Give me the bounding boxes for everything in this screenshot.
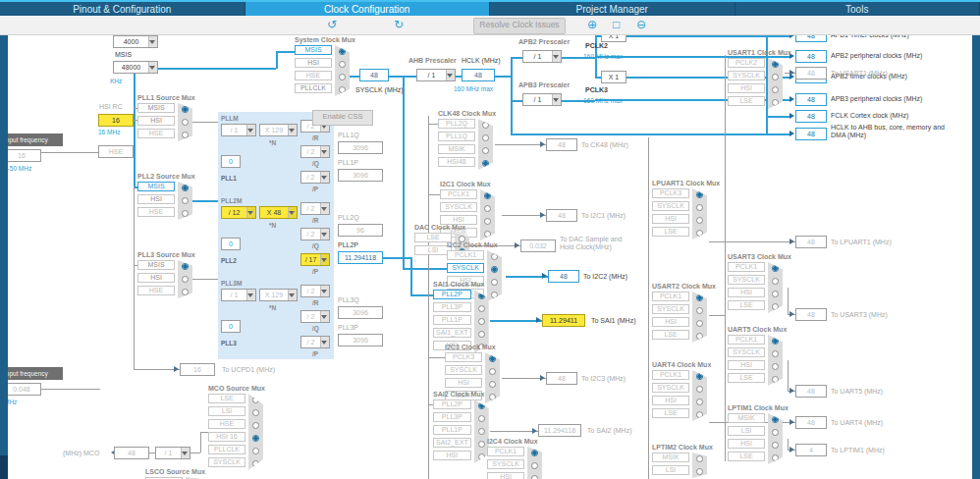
mco-radio-lse[interactable] bbox=[252, 397, 259, 403]
lptim1-radio-msik[interactable] bbox=[772, 416, 779, 423]
usart1-radio-pclk2[interactable] bbox=[772, 61, 779, 68]
lptim1-radio-lse[interactable] bbox=[772, 454, 779, 461]
usart3-radio-pclk1[interactable] bbox=[772, 265, 779, 272]
pll2-r-dropdown[interactable]: / 2 bbox=[300, 202, 330, 215]
pll3-m-dropdown[interactable]: / 1 bbox=[221, 289, 256, 301]
uart4-radio-sysclk[interactable] bbox=[696, 386, 703, 393]
clk48-radio-hsi48[interactable] bbox=[482, 160, 489, 167]
sai2-radio-pll3p[interactable] bbox=[478, 415, 485, 422]
uart5-radio-pclk1[interactable] bbox=[772, 338, 779, 345]
pll1-n-dropdown[interactable]: X 129 bbox=[259, 124, 298, 136]
dropdown-caret-icon[interactable] bbox=[288, 125, 297, 135]
lptim2-radio-msik[interactable] bbox=[696, 455, 703, 462]
msis-frequency-dropdown[interactable]: 48000 bbox=[113, 61, 158, 74]
pll1src-radio-hse[interactable] bbox=[182, 132, 189, 138]
resolve-clock-issues-button[interactable]: Resolve Clock Issues bbox=[473, 18, 566, 34]
lptim1-radio-lsi[interactable] bbox=[772, 429, 779, 436]
i2c3-radio-msik[interactable] bbox=[489, 394, 496, 400]
pll3-n-dropdown[interactable]: X 129 bbox=[259, 289, 298, 301]
pll1-p-dropdown[interactable]: / 2 bbox=[300, 171, 330, 184]
sai2-radio-sai2ext[interactable] bbox=[478, 441, 485, 448]
usart2-radio-hsi[interactable] bbox=[696, 320, 703, 327]
i2c2-radio-hsi[interactable] bbox=[491, 279, 498, 286]
mco-radio-hsi16[interactable] bbox=[252, 435, 259, 442]
tab-clock-configuration[interactable]: Clock Configuration bbox=[245, 2, 491, 16]
sai1-radio-pll2p[interactable] bbox=[478, 293, 485, 299]
pll1src-radio-hsi[interactable] bbox=[182, 119, 189, 126]
zoom-in-icon[interactable]: ⊕ bbox=[587, 18, 597, 31]
sai2-radio-hsi[interactable] bbox=[478, 453, 485, 460]
dropdown-caret-icon[interactable] bbox=[246, 125, 255, 135]
i2c3-radio-hsi[interactable] bbox=[489, 381, 496, 388]
sai1-radio-pll3p[interactable] bbox=[478, 305, 485, 312]
pll3-r-dropdown[interactable]: / 2 bbox=[300, 285, 330, 297]
pll1-q-dropdown[interactable]: / 2 bbox=[300, 145, 330, 158]
clk48-radio-msik[interactable] bbox=[482, 147, 489, 154]
pll2-n-dropdown[interactable]: X 48 bbox=[259, 206, 298, 219]
dropdown-caret-icon[interactable] bbox=[246, 207, 255, 218]
sai2-radio-pll1p[interactable] bbox=[478, 428, 485, 435]
usart1-radio-lse[interactable] bbox=[772, 99, 779, 106]
dropdown-caret-icon[interactable] bbox=[320, 337, 329, 347]
ahb-prescaler-dropdown[interactable]: / 1 bbox=[416, 69, 456, 81]
dropdown-caret-icon[interactable] bbox=[181, 448, 190, 458]
mco-radio-pllclk[interactable] bbox=[252, 448, 259, 454]
i2c4-radio-pclk1[interactable] bbox=[531, 450, 538, 456]
lptim2-radio-lsi[interactable] bbox=[696, 468, 703, 475]
pll2src-radio-hsi[interactable] bbox=[182, 197, 189, 204]
pll1-m-dropdown[interactable]: / 1 bbox=[221, 124, 256, 136]
apb2-prescaler-dropdown[interactable]: / 1 bbox=[522, 50, 562, 63]
i2c2-radio-pclk1[interactable] bbox=[491, 253, 498, 260]
dropdown-caret-icon[interactable] bbox=[320, 311, 329, 322]
usart1-radio-hsi[interactable] bbox=[772, 86, 779, 93]
dropdown-caret-icon[interactable] bbox=[288, 290, 297, 300]
i2c3-radio-sysclk[interactable] bbox=[489, 368, 496, 375]
uart4-radio-hsi[interactable] bbox=[696, 399, 703, 405]
dropdown-caret-icon[interactable] bbox=[320, 229, 329, 240]
dropdown-caret-icon[interactable] bbox=[446, 70, 455, 80]
uart4-radio-pclk1[interactable] bbox=[696, 373, 703, 380]
dropdown-caret-icon[interactable] bbox=[552, 51, 561, 62]
usart3-radio-lse[interactable] bbox=[772, 303, 779, 310]
pll2src-radio-hse[interactable] bbox=[182, 210, 189, 217]
usart2-radio-sysclk[interactable] bbox=[696, 307, 703, 314]
dropdown-caret-icon[interactable] bbox=[246, 290, 255, 300]
tab-project-manager[interactable]: Project Manager bbox=[490, 2, 735, 16]
enable-css-button[interactable]: Enable CSS bbox=[312, 110, 373, 126]
dropdown-caret-icon[interactable] bbox=[552, 94, 561, 105]
dropdown-caret-icon[interactable] bbox=[148, 36, 157, 47]
lpuart1-radio-sysclk[interactable] bbox=[696, 204, 703, 211]
i2c3-radio-pclk3[interactable] bbox=[489, 355, 496, 362]
dropdown-caret-icon[interactable] bbox=[288, 207, 297, 218]
uart5-radio-lse[interactable] bbox=[772, 376, 779, 383]
undo-icon[interactable]: ↺ bbox=[327, 18, 337, 31]
dropdown-caret-icon[interactable] bbox=[320, 203, 329, 214]
i2c4-radio-sysclk[interactable] bbox=[531, 462, 538, 469]
mco-radio-sysclk[interactable] bbox=[252, 460, 259, 467]
uart5-radio-hsi[interactable] bbox=[772, 363, 779, 370]
pll3-p-dropdown[interactable]: / 2 bbox=[300, 336, 330, 348]
redo-icon[interactable]: ↻ bbox=[394, 18, 404, 31]
mco-divider-dropdown[interactable]: / 1 bbox=[155, 447, 191, 459]
pll3-q-dropdown[interactable]: / 2 bbox=[300, 310, 330, 323]
tab-pinout-configuration[interactable]: Pinout & Configuration bbox=[0, 2, 245, 16]
lpuart1-radio-hsi[interactable] bbox=[696, 217, 703, 224]
usart3-radio-sysclk[interactable] bbox=[772, 278, 779, 285]
pll3src-radio-hsi[interactable] bbox=[182, 276, 189, 283]
sai1-radio-sai1ext[interactable] bbox=[478, 331, 485, 338]
usart2-radio-lse[interactable] bbox=[696, 333, 703, 340]
dropdown-caret-icon[interactable] bbox=[320, 146, 329, 157]
lptim1-radio-hsi[interactable] bbox=[772, 442, 779, 449]
pll1src-radio-msis[interactable] bbox=[182, 106, 189, 113]
uart4-radio-lse[interactable] bbox=[696, 411, 703, 418]
sys-radio-pllclk[interactable] bbox=[339, 86, 346, 93]
zoom-out-icon[interactable]: ⊖ bbox=[636, 18, 646, 31]
i2c2-radio-sysclk[interactable] bbox=[491, 266, 498, 273]
uart5-radio-sysclk[interactable] bbox=[772, 350, 779, 357]
mco-radio-hse[interactable] bbox=[252, 422, 259, 429]
i2c4-radio-hsi[interactable] bbox=[531, 475, 538, 479]
dropdown-caret-icon[interactable] bbox=[320, 172, 329, 183]
usart2-radio-pclk1[interactable] bbox=[696, 294, 703, 301]
i2c1-radio-pclk1[interactable] bbox=[484, 192, 491, 199]
pll2src-radio-msis[interactable] bbox=[182, 185, 189, 191]
